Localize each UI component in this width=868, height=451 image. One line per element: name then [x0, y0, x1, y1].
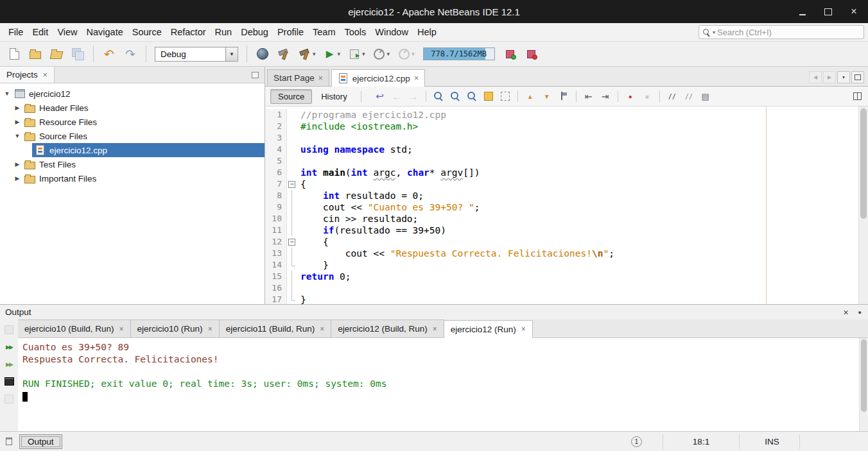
- toggle-highlight-button[interactable]: [481, 89, 496, 104]
- close-projects-icon[interactable]: ×: [43, 71, 48, 80]
- code-line[interactable]: 16: [265, 282, 858, 294]
- expand-icon[interactable]: ▶: [13, 175, 22, 182]
- collapse-icon[interactable]: ▼: [13, 133, 22, 139]
- memory-indicator[interactable]: 778.7/1562MB: [423, 47, 495, 60]
- projects-tab[interactable]: Projects ×: [0, 67, 55, 83]
- code-line[interactable]: 5: [265, 155, 858, 167]
- code-line[interactable]: 12 {: [265, 236, 858, 248]
- output-options-button[interactable]: [3, 323, 16, 336]
- tree-node-ejercicio12[interactable]: ▼ejercicio12: [0, 87, 265, 101]
- run-project-button[interactable]: ▶▾: [321, 44, 343, 64]
- output-scrollbar[interactable]: [859, 338, 868, 431]
- menu-run[interactable]: Run: [211, 23, 237, 41]
- clear-output-button[interactable]: [3, 392, 16, 405]
- find-next-button[interactable]: [447, 89, 463, 104]
- notifications-icon[interactable]: 1: [631, 436, 642, 447]
- quick-search[interactable]: ▾: [699, 25, 864, 39]
- debug-project-button[interactable]: ▾: [345, 44, 367, 64]
- view-history-button[interactable]: History: [313, 89, 354, 104]
- tree-node-ejercicio12-cpp[interactable]: ejercicio12.cpp: [0, 143, 265, 157]
- code-editor[interactable]: 1//programa ejercicio12.cpp2#include <io…: [265, 106, 868, 304]
- tab-close-icon[interactable]: ×: [119, 325, 124, 334]
- tab-close-icon[interactable]: ×: [433, 325, 437, 334]
- shift-left-button[interactable]: ⇤: [581, 89, 596, 104]
- code-line[interactable]: 13 cout << "Respuesta Correcta. Felicita…: [265, 248, 858, 259]
- output-tab-ejercicio12-build-run[interactable]: ejercicio12 (Build, Run)×: [331, 319, 444, 337]
- output-tab-ejercicio12-run[interactable]: ejercicio12 (Run)×: [444, 320, 533, 338]
- tab-close-icon[interactable]: ×: [414, 74, 419, 83]
- comment-button[interactable]: //: [664, 89, 680, 104]
- menu-navigate[interactable]: Navigate: [82, 23, 128, 41]
- editor-scrollbar-thumb[interactable]: [860, 108, 867, 219]
- cube-record-button[interactable]: [523, 44, 541, 64]
- cube-refresh-button[interactable]: [501, 44, 519, 64]
- expand-icon[interactable]: ▶: [13, 105, 22, 111]
- code-line[interactable]: 14 }: [265, 259, 858, 271]
- menu-profile[interactable]: Profile: [273, 23, 308, 41]
- uncomment-button[interactable]: //: [681, 89, 697, 104]
- expand-icon[interactable]: ▶: [13, 119, 22, 125]
- code-line[interactable]: 2#include <iostream.h>: [265, 121, 858, 132]
- redo-button[interactable]: ↷: [121, 44, 139, 64]
- code-line[interactable]: 17}: [265, 294, 858, 304]
- menu-refactor[interactable]: Refactor: [166, 23, 211, 41]
- new-file-button[interactable]: [5, 44, 23, 64]
- tree-node-important-files[interactable]: ▶Important Files: [0, 171, 265, 185]
- collapse-icon[interactable]: ▼: [3, 90, 12, 97]
- menu-tools[interactable]: Tools: [340, 23, 370, 41]
- output-console[interactable]: Cuanto es 39+50? 89Respuesta Correcta. F…: [18, 338, 868, 431]
- fold-margin[interactable]: [287, 178, 297, 190]
- menu-window[interactable]: Window: [370, 23, 413, 41]
- menu-help[interactable]: Help: [413, 23, 441, 41]
- code-line[interactable]: 10 cin >> resultado;: [265, 213, 858, 225]
- stop-macro-button[interactable]: ■: [639, 89, 655, 104]
- build-project-button[interactable]: [275, 44, 293, 64]
- last-edit-button[interactable]: ↩: [372, 89, 388, 104]
- code-line[interactable]: 9 cout << "Cuanto es 39+50? ";: [265, 201, 858, 213]
- search-input[interactable]: [717, 28, 860, 37]
- output-tab-ejercicio10-run[interactable]: ejercicio10 (Run)×: [131, 319, 220, 337]
- code-line[interactable]: 11 if(resultado == 39+50): [265, 225, 858, 236]
- maximize-button[interactable]: [823, 6, 833, 17]
- previous-bookmark-button[interactable]: ▲: [523, 89, 538, 104]
- combo-dropdown-icon[interactable]: ▼: [225, 47, 238, 61]
- tree-node-resource-files[interactable]: ▶Resource Files: [0, 115, 265, 129]
- find-previous-button[interactable]: [464, 89, 480, 104]
- menu-source[interactable]: Source: [128, 23, 166, 41]
- view-source-button[interactable]: Source: [270, 89, 312, 104]
- close-button[interactable]: ×: [849, 6, 859, 17]
- code-line[interactable]: 3: [265, 132, 858, 144]
- menu-edit[interactable]: Edit: [28, 23, 53, 41]
- code-line[interactable]: 15return 0;: [265, 271, 858, 282]
- code-line[interactable]: 6int main(int argc, char* argv[]): [265, 167, 858, 178]
- tab-close-icon[interactable]: ×: [208, 325, 213, 334]
- window-menu-icon[interactable]: ●: [858, 309, 862, 316]
- tree-node-header-files[interactable]: ▶Header Files: [0, 101, 265, 115]
- menu-view[interactable]: View: [53, 23, 82, 41]
- menu-debug[interactable]: Debug: [236, 23, 273, 41]
- record-macro-button[interactable]: ●: [623, 89, 638, 104]
- open-project-button[interactable]: [48, 44, 65, 64]
- scroll-tabs-left-icon[interactable]: ◀: [809, 71, 822, 83]
- output-tab-ejercicio10-build-run[interactable]: ejercicio10 (Build, Run)×: [18, 319, 131, 337]
- scroll-tabs-right-icon[interactable]: ▶: [823, 71, 836, 83]
- code-line[interactable]: 1//programa ejercicio12.cpp: [265, 109, 858, 121]
- editor-scrollbar[interactable]: [858, 106, 868, 304]
- menu-file[interactable]: File: [4, 23, 28, 41]
- new-project-button[interactable]: [26, 44, 44, 64]
- dock-window-icon[interactable]: [4, 437, 14, 446]
- tab-ejercicio12-cpp[interactable]: ejercicio12.cpp×: [331, 69, 425, 87]
- undo-button[interactable]: ↶: [100, 44, 118, 64]
- tree-node-source-files[interactable]: ▼Source Files: [0, 129, 265, 143]
- clean-project-button[interactable]: ▾: [296, 44, 318, 64]
- tab-close-icon[interactable]: ×: [521, 325, 526, 334]
- inspect-members-button[interactable]: ▤: [698, 89, 713, 104]
- rerun-params-button[interactable]: ▶▶: [3, 357, 16, 371]
- shift-right-button[interactable]: ⇥: [598, 89, 613, 104]
- terminal-button[interactable]: [3, 375, 16, 388]
- output-scrollbar-thumb[interactable]: [861, 339, 867, 412]
- output-toggle-button[interactable]: Output: [19, 434, 62, 449]
- tab-close-icon[interactable]: ×: [320, 325, 324, 334]
- profile-project-button[interactable]: ▾: [370, 44, 392, 64]
- close-output-icon[interactable]: ×: [843, 307, 848, 318]
